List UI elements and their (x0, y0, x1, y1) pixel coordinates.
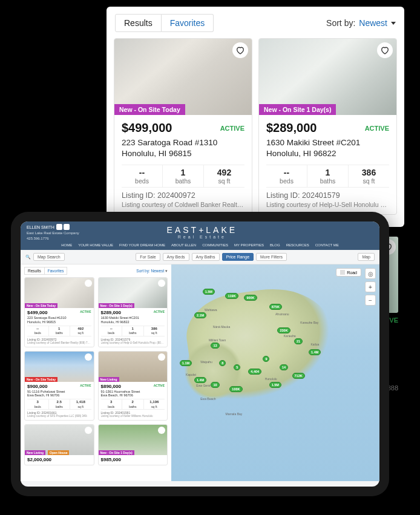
map-zoom-out-button[interactable]: − (365, 295, 376, 306)
favorite-button[interactable] (85, 353, 92, 361)
listing-card[interactable]: New - On Site 1 Day(s) $289,000ACTIVE 16… (98, 277, 168, 347)
listing-address-line2: Honolulu, HI 96822 (101, 320, 165, 324)
listing-status: ACTIVE (220, 125, 244, 132)
sort-dropdown[interactable]: Sort by: Newest (326, 18, 396, 28)
favorite-button[interactable] (158, 280, 165, 287)
nav-item[interactable]: COMMUNITIES (202, 243, 228, 247)
map-price-pin[interactable]: 1.1M (180, 360, 192, 366)
twitter-icon[interactable] (64, 224, 70, 230)
listing-courtesy: Listing courtesy of Help-U-Sell Honolulu… (101, 341, 165, 345)
listing-status: ACTIVE (154, 384, 165, 390)
listing-address-line2: Ewa Beach, HI 96706 (27, 393, 91, 398)
listing-address-line1: 223 Saratoga Road #1310 (122, 137, 244, 148)
main-nav: HOME YOUR HOME VALUE FIND YOUR DREAM HOM… (21, 241, 379, 250)
listing-address-line1: 223 Saratoga Road #1310 (27, 316, 91, 320)
filter-beds[interactable]: Any Beds (163, 253, 189, 261)
map-price-pin[interactable]: 4,404 (248, 369, 261, 375)
favorite-button[interactable] (232, 42, 248, 58)
map-price-pin[interactable]: 100K (229, 386, 242, 392)
site-header: ELLEN SMITH East Lake Real Estate Compan… (21, 221, 379, 250)
map-price-pin[interactable]: 1.5M (203, 289, 215, 295)
filter-bar: 🔍 Map Search For Sale Any Beds Any Baths… (21, 250, 379, 264)
map-price-pin[interactable]: 712K (292, 373, 305, 379)
tab-favorites[interactable]: Favorites (162, 14, 214, 32)
tab-results[interactable]: Results (24, 267, 45, 275)
agent-name: ELLEN SMITH (27, 225, 54, 229)
map-price-pin[interactable]: 900K (244, 295, 257, 301)
listing-price: $499,000 (122, 121, 172, 135)
tablet-screen: ELLEN SMITH East Lake Real Estate Compan… (21, 221, 379, 487)
listing-card[interactable]: New - On Site Today $499,000 ACTIVE 223 … (114, 38, 252, 215)
listing-card[interactable]: New Listing $890,000ACTIVE 91-1361 Hooma… (98, 351, 168, 421)
brand-logo[interactable]: EAST+LAKE Real Estate (167, 225, 238, 239)
listing-card[interactable]: New - On Site 1 Day(s) $289,000 ACTIVE 1… (258, 38, 397, 215)
map-price-pin[interactable]: 1.5M (269, 382, 281, 388)
nav-item[interactable]: RESOURCES (286, 243, 309, 247)
map-place-label: Kapolei (186, 373, 196, 376)
filter-forsale[interactable]: For Sale (136, 253, 160, 261)
map-search-pill[interactable]: Map Search (33, 253, 65, 261)
listing-status: ACTIVE (365, 125, 389, 132)
nav-item[interactable]: ABOUT ELLEN (171, 243, 196, 247)
map-price-pin[interactable]: 14 (280, 364, 288, 370)
map-price-pin[interactable]: 9 (263, 356, 269, 362)
toggle-map[interactable]: Map (358, 253, 375, 261)
map-price-pin[interactable]: 8 (219, 360, 226, 366)
map-price-pin[interactable]: 1.4M (194, 377, 206, 383)
tab-results[interactable]: Results (115, 14, 162, 32)
tab-favorites[interactable]: Favorites (45, 267, 68, 275)
nav-item[interactable]: BLOG (270, 243, 280, 247)
map-price-pin[interactable]: 10 (211, 382, 219, 388)
map-price-pin[interactable]: 2.1M (194, 312, 206, 318)
filter-more[interactable]: More Filters (256, 253, 287, 261)
map-locate-button[interactable]: ◎ (365, 268, 376, 279)
agent-company: East Lake Real Estate Company (27, 231, 79, 235)
filter-baths[interactable]: Any Baths (192, 253, 220, 261)
map-price-pin[interactable]: 13 (211, 343, 219, 349)
map-price-pin[interactable]: 21 (294, 338, 303, 344)
listing-card[interactable]: New - On Site Today $499,000ACTIVE 223 S… (24, 277, 94, 347)
listing-card[interactable]: New - On Site Today $900,000ACTIVE 91-11… (24, 351, 94, 421)
listing-badge: New - On Site Today (25, 377, 57, 382)
listing-address-line1: 1630 Makiki Street #C201 (266, 137, 389, 148)
facebook-icon[interactable] (56, 224, 62, 230)
filter-price[interactable]: Price Range (222, 253, 254, 261)
favorite-button[interactable] (377, 42, 393, 58)
nav-item[interactable]: MY PROPERTIES (234, 243, 264, 247)
listing-photo: New - On Site 1 Day(s) (259, 39, 396, 115)
map-price-pin[interactable]: 1.4M (309, 349, 321, 355)
map-price-pin[interactable]: 5 (234, 364, 240, 370)
listing-status: ACTIVE (80, 310, 91, 316)
nav-item[interactable]: YOUR HOME VALUE (78, 243, 113, 247)
sort-dropdown[interactable]: Sort by: Newest ▾ (136, 269, 168, 274)
nav-item[interactable]: CONTACT ME (315, 243, 339, 247)
tablet-device: ELLEN SMITH East Lake Real Estate Compan… (11, 212, 389, 496)
nav-item[interactable]: FIND YOUR DREAM HOME (119, 243, 165, 247)
listing-card[interactable]: New - On Site 1 Day(s) $985,000 (98, 424, 168, 465)
listing-card[interactable]: New ListingOpen House $2,000,000 (24, 424, 94, 465)
map-place-label: Waipahu (200, 360, 212, 364)
map-type-road[interactable]: Road (336, 268, 361, 277)
stat-sqft: 492 (204, 168, 244, 177)
listing-badge: Open House (48, 450, 69, 455)
sort-value: Newest (359, 18, 387, 28)
listing-address-line1: 91-1361 Hoomahua Street (101, 390, 165, 394)
favorite-button[interactable] (158, 353, 165, 361)
map-price-pin[interactable]: 875K (269, 304, 282, 310)
favorite-button[interactable] (158, 427, 165, 434)
listing-id: Listing ID: 202401579 (266, 191, 389, 200)
map-zoom-in-button[interactable]: + (365, 281, 376, 292)
favorite-button[interactable] (85, 280, 92, 287)
heart-icon (380, 45, 390, 55)
listing-badge: New - On Site Today (114, 104, 185, 115)
favorite-button[interactable] (85, 427, 92, 434)
nav-item[interactable]: HOME (61, 243, 72, 247)
map-place-label: Mamala Bay (225, 412, 242, 416)
map-price-pin[interactable]: 119K (225, 293, 238, 299)
results-column: Results Favorites Sort by: Newest ▾ New … (21, 264, 171, 481)
map-price-pin[interactable]: 230K (277, 327, 290, 333)
listing-price: $289,000 (266, 121, 317, 135)
map-panel[interactable]: Road ◎ + − Wahiawa Nānā Mauka Mililani T… (171, 264, 379, 481)
map-place-label: Honolulu (265, 377, 277, 381)
search-icon[interactable]: 🔍 (25, 255, 31, 260)
